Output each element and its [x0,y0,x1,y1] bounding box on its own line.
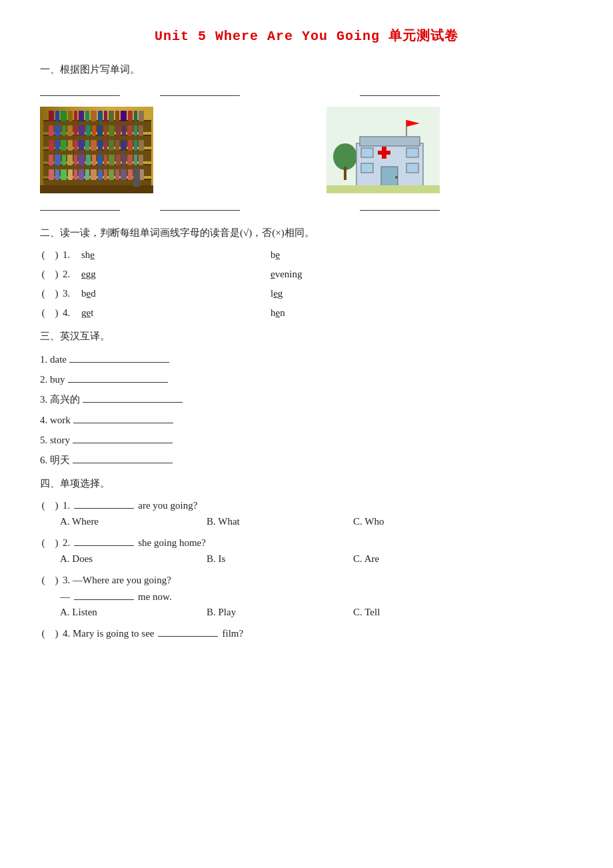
fill-blank-q1 [74,499,134,509]
spacer-image-item [193,107,287,193]
svg-rect-9 [361,163,373,173]
underline-leg-e: e [273,288,278,299]
paren-4: ( ) [40,307,60,319]
mc-question-4: ( ) 4. Mary is going to see film? [40,627,573,640]
section2: 二、读一读，判断每组单词画线字母的读音是(√)，否(×)相同。 ( ) 1. s… [40,227,573,319]
translate-item-1: 1. date [40,352,573,365]
translate-blank-2 [68,372,168,383]
section3: 三、英汉互译。 1. date 2. buy 3. 高兴的 4. work 5.… [40,330,573,467]
svg-rect-10 [406,163,418,173]
answer-line-6 [360,200,440,211]
mc-option-3c: C. Tell [353,607,500,618]
answer-line-2 [160,85,240,96]
underline-hen-e: e [276,307,281,318]
fill-blank-q2 [74,537,134,546]
underline-get-e: e [87,307,91,318]
underline-evening-e: e [271,269,275,279]
answer-line-5 [160,200,240,211]
bottom-answer-lines-row [40,200,573,215]
exercise-item-3: ( ) 3. bed leg [40,287,573,300]
translate-item-2: 2. buy [40,372,573,385]
exercise-item-2: ( ) 2. egg evening [40,268,573,281]
underline-be-e: e [276,249,281,260]
svg-rect-6 [378,151,390,155]
fill-blank-q3 [74,591,134,600]
mc-question-2-text: ( ) 2. she going home? [40,537,573,549]
page-title: Unit 5 Where Are You Going 单元测试卷 [40,27,573,45]
mc-question-2: ( ) 2. she going home? A. Does B. Is C. … [40,537,573,565]
answer-line-3 [360,85,440,96]
mc-option-3b: B. Play [207,607,353,618]
hospital-image-item [326,107,440,193]
library-image-item [40,107,153,193]
section1-header: 一、根据图片写单词。 [40,63,573,76]
mc-option-3a: A. Listen [60,607,207,618]
top-answer-lines-row [40,85,573,100]
underline-egg-e: e [81,269,86,279]
svg-rect-7 [361,148,373,157]
mc-question-3: ( ) 3. —Where are you going? — me now. A… [40,574,573,618]
paren-2: ( ) [40,268,60,281]
mc-options-3: A. Listen B. Play C. Tell [40,607,573,618]
mc-question-3-text: ( ) 3. —Where are you going? [40,574,573,587]
mc-option-1a: A. Where [60,516,207,527]
svg-point-12 [395,176,398,179]
svg-rect-8 [406,148,418,157]
translate-item-6: 6. 明天 [40,453,573,467]
mc-options-1: A. Where B. What C. Who [40,516,573,527]
svg-rect-2 [344,167,346,180]
svg-rect-11 [381,167,398,187]
mc-question-1-text: ( ) 1. are you going? [40,499,573,512]
translate-item-3: 3. 高兴的 [40,392,573,406]
section4: 四、单项选择。 ( ) 1. are you going? A. Where B… [40,477,573,640]
exercise-item-4: ( ) 4. get hen [40,307,573,319]
svg-rect-15 [326,185,440,193]
translate-item-5: 5. story [40,433,573,446]
mc-question-3-sub: — me now. [40,591,573,603]
translate-blank-3 [83,392,183,403]
underline-she-e: e [90,249,95,260]
section3-header: 三、英汉互译。 [40,330,573,343]
mc-option-1c: C. Who [353,516,500,527]
library-image [40,107,153,193]
translate-item-4: 4. work [40,413,573,426]
underline-bed-e: e [87,288,91,299]
translate-blank-5 [73,433,173,443]
hospital-image [326,107,440,193]
exercise-item-1: ( ) 1. she be [40,249,573,261]
section4-header: 四、单项选择。 [40,477,573,490]
svg-point-1 [333,143,357,170]
mc-option-2a: A. Does [60,553,207,565]
paren-1: ( ) [40,249,60,261]
mc-option-2c: C. Are [353,553,500,565]
mc-question-1: ( ) 1. are you going? A. Where B. What C… [40,499,573,527]
section2-header: 二、读一读，判断每组单词画线字母的读音是(√)，否(×)相同。 [40,227,573,239]
answer-line-1 [40,85,120,96]
image-row [40,107,573,193]
mc-options-2: A. Does B. Is C. Are [40,553,573,565]
mc-option-2b: B. Is [207,553,353,565]
paren-3: ( ) [40,287,60,300]
answer-line-4 [40,200,120,211]
fill-blank-q4 [158,627,218,637]
svg-rect-4 [360,137,420,146]
blank-image-item [480,107,573,193]
mc-option-1b: B. What [207,516,353,527]
translate-blank-4 [73,413,173,423]
translate-blank-1 [69,352,169,363]
translate-blank-6 [73,453,173,463]
mc-question-4-text: ( ) 4. Mary is going to see film? [40,627,573,640]
